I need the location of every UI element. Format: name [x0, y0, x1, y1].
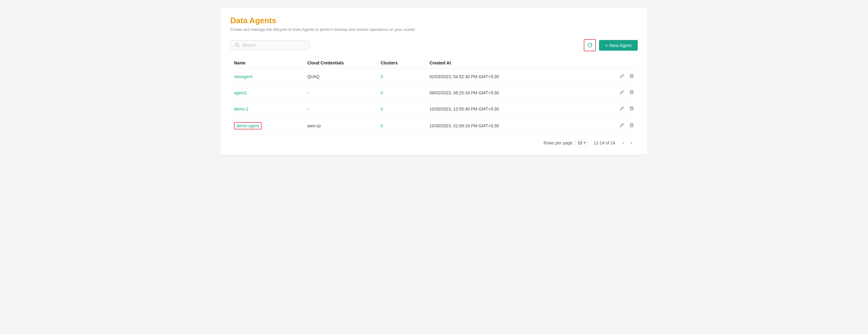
svg-line-1: [238, 46, 240, 47]
agent-name-link[interactable]: demo-agent: [234, 122, 262, 130]
delete-icon[interactable]: [629, 74, 634, 80]
created-at-cell: 10/30/2023, 01:09:18 PM GMT+5:30: [426, 117, 540, 135]
edit-icon[interactable]: [619, 123, 624, 129]
agent-name-link[interactable]: agent1: [234, 90, 247, 95]
cloud-credentials-cell: QUhQ: [304, 69, 377, 85]
svg-rect-5: [630, 91, 633, 94]
toolbar: + New Agent: [230, 39, 638, 51]
prev-page-button[interactable]: ‹: [621, 140, 626, 146]
new-agent-plus: +: [605, 43, 608, 48]
new-agent-label: New Agent: [609, 43, 632, 48]
col-header-clusters: Clusters: [377, 57, 426, 69]
col-header-actions: [540, 57, 638, 69]
action-cell: [544, 90, 634, 96]
toolbar-right: + New Agent: [584, 39, 638, 51]
action-cell: [544, 74, 634, 80]
rows-per-page-label: Rows per page:: [544, 140, 574, 145]
cloud-credentials-cell: -: [304, 101, 377, 117]
rows-per-page: Rows per page: 10 25 50: [544, 140, 588, 146]
cloud-credentials-cell: aws-cp: [304, 117, 377, 135]
action-cell: [544, 123, 634, 129]
svg-rect-3: [630, 75, 633, 78]
table-row: agent1-008/02/2023, 06:25:34 PM GMT+5:30: [230, 85, 638, 101]
edit-icon[interactable]: [619, 74, 624, 80]
page-title: Data Agents: [230, 16, 638, 25]
table-row: newagentQUhQ002/03/2023, 04:52:30 PM GMT…: [230, 69, 638, 85]
col-header-name: Name: [230, 57, 304, 69]
delete-icon[interactable]: [629, 123, 634, 129]
refresh-icon: [587, 43, 593, 48]
col-header-cloud-credentials: Cloud Credentials: [304, 57, 377, 69]
pagination: Rows per page: 10 25 50 11-14 of 14 ‹ ›: [230, 135, 638, 147]
new-agent-button[interactable]: + New Agent: [599, 40, 638, 51]
delete-icon[interactable]: [629, 106, 634, 112]
next-page-button[interactable]: ›: [628, 140, 634, 146]
cluster-count: 0: [381, 74, 383, 79]
cluster-count: 0: [381, 107, 383, 111]
rows-per-page-select[interactable]: 10 25 50: [575, 140, 588, 146]
cloud-credentials-cell: -: [304, 85, 377, 101]
created-at-cell: 08/02/2023, 06:25:34 PM GMT+5:30: [426, 85, 540, 101]
table-row: demo-agentaws-cp010/30/2023, 01:09:18 PM…: [230, 117, 638, 135]
search-box: [230, 40, 310, 50]
col-header-created-at: Created At: [426, 57, 540, 69]
agent-name-link[interactable]: demo-1: [234, 107, 248, 111]
edit-icon[interactable]: [619, 106, 624, 112]
edit-icon[interactable]: [619, 90, 624, 96]
search-icon: [235, 43, 240, 48]
agent-name-link[interactable]: newagent: [234, 74, 252, 79]
page-info: 11-14 of 14: [593, 140, 615, 145]
table-row: demo-1-010/30/2023, 12:55:40 PM GMT+5:30: [230, 101, 638, 117]
delete-icon[interactable]: [629, 90, 634, 96]
page-subtitle: Create and manage the lifecycle of Data …: [230, 27, 638, 32]
page-container: Data Agents Create and manage the lifecy…: [220, 7, 648, 155]
search-input[interactable]: [242, 43, 305, 48]
created-at-cell: 02/03/2023, 04:52:30 PM GMT+5:30: [426, 69, 540, 85]
svg-rect-7: [630, 108, 633, 110]
action-cell: [544, 106, 634, 112]
cluster-count: 0: [381, 90, 383, 95]
table-header-row: Name Cloud Credentials Clusters Created …: [230, 57, 638, 69]
refresh-button[interactable]: [584, 39, 596, 51]
data-agents-table: Name Cloud Credentials Clusters Created …: [230, 57, 638, 135]
cluster-count: 0: [381, 123, 383, 128]
svg-rect-9: [630, 124, 633, 127]
created-at-cell: 10/30/2023, 12:55:40 PM GMT+5:30: [426, 101, 540, 117]
